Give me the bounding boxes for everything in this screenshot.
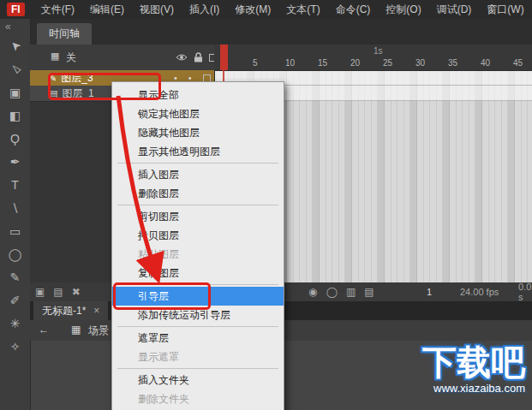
menu-separator — [117, 326, 278, 327]
deco-tool-icon: ✳ — [10, 317, 21, 330]
ruler-tick: 40 — [481, 58, 490, 68]
layer-type-icon: ▦ — [51, 51, 59, 62]
rectangle-tool[interactable]: ▭ — [0, 219, 30, 242]
line-tool[interactable]: ∖ — [0, 196, 30, 219]
menu-edit[interactable]: 编辑(E) — [82, 3, 132, 17]
menubar: Fl 文件(F) 编辑(E) 视图(V) 插入(I) 修改(M) 文本(T) 命… — [0, 0, 532, 19]
pencil-tool[interactable]: ✎ — [0, 265, 30, 288]
menu-text[interactable]: 文本(T) — [278, 3, 327, 17]
brush-tool[interactable]: ✐ — [0, 288, 30, 312]
layer-icon: ▤ — [49, 88, 57, 99]
new-layer-button[interactable]: ▣ — [35, 286, 45, 298]
ruler-tick: 5 — [253, 58, 258, 68]
lasso-tool-icon: Ϙ — [10, 132, 20, 146]
menu-separator — [117, 368, 278, 369]
layer-icon: ✎ — [49, 73, 57, 84]
menu-modify[interactable]: 修改(M) — [227, 3, 278, 17]
layer-header-name: 关 — [66, 51, 76, 65]
text-tool[interactable]: T — [0, 173, 30, 196]
menu-item-add-classic-motion-guide[interactable]: 添加传统运动引导层 — [112, 306, 284, 324]
tools-panel: « ➤ ▻ ▣ ◧ Ϙ ✒ T ∖ ▭ ◯ ✎ ✐ ✳ ✧ — [0, 19, 31, 410]
current-frame: 1 — [427, 287, 432, 297]
lock-column-icon[interactable] — [194, 52, 203, 65]
menu-item-insert-layer[interactable]: 插入图层 — [112, 165, 284, 184]
selection-tool[interactable]: ➤ — [0, 34, 30, 57]
ruler-tick: 10 — [285, 58, 295, 68]
menu-debug[interactable]: 调试(D) — [429, 3, 480, 17]
document-tab[interactable]: 无标题-1* × — [33, 301, 108, 320]
playhead-marker[interactable] — [220, 45, 228, 70]
menu-item-delete-folder: 删除文件夹 — [112, 389, 284, 408]
menu-insert[interactable]: 插入(I) — [182, 3, 227, 17]
timeline-ruler[interactable]: 1s 5 10 15 20 25 30 35 40 45 — [214, 45, 532, 71]
tab-timeline[interactable]: 时间轴 — [37, 23, 92, 45]
subselection-tool-icon: ▻ — [7, 61, 23, 77]
ruler-tick: 35 — [448, 58, 457, 68]
app-logo: Fl — [7, 3, 25, 16]
menu-item-insert-folder[interactable]: 插入文件夹 — [112, 371, 284, 389]
frame-rate[interactable]: 24.00 fps — [460, 287, 499, 297]
free-transform-tool[interactable]: ▣ — [0, 80, 30, 104]
ruler-tick: 15 — [318, 58, 327, 68]
scene-icon: ▦ — [71, 324, 81, 336]
oval-tool[interactable]: ◯ — [0, 242, 30, 265]
layer-context-menu: 显示全部 锁定其他图层 隐藏其他图层 显示其他透明图层 插入图层 删除图层 剪切… — [111, 81, 284, 410]
menu-separator — [117, 284, 278, 285]
menu-item-guide-layer[interactable]: 引导层 — [112, 287, 284, 306]
menu-item-show-all[interactable]: 显示全部 — [112, 86, 284, 104]
menu-item-mask-layer[interactable]: 遮罩层 — [112, 329, 284, 348]
menu-file[interactable]: 文件(F) — [33, 3, 82, 17]
pen-tool-icon: ✒ — [10, 155, 21, 169]
menu-item-show-masking: 显示遮罩 — [112, 348, 284, 366]
selection-tool-icon: ➤ — [7, 38, 24, 55]
rectangle-tool-icon: ▭ — [9, 224, 21, 238]
layer-name: 图层_1 — [62, 86, 93, 101]
ruler-tick: 30 — [415, 58, 425, 68]
menu-window[interactable]: 窗口(W) — [479, 3, 531, 17]
menu-item-delete-layer[interactable]: 删除图层 — [112, 184, 284, 203]
layer-name: 图层_3 — [61, 71, 93, 86]
eyedropper-tool[interactable]: ✧ — [0, 335, 30, 358]
menu-item-hide-others[interactable]: 隐藏其他图层 — [112, 123, 284, 142]
onion-skin-button[interactable]: ◉ — [308, 286, 317, 298]
delete-layer-button[interactable]: ✖ — [72, 286, 81, 298]
back-arrow-icon[interactable]: ← — [39, 324, 49, 336]
menu-item-copy-layers[interactable]: 拷贝图层 — [112, 226, 284, 245]
menu-commands[interactable]: 命令(C) — [328, 3, 379, 17]
menu-item-cut-layers[interactable]: 剪切图层 — [112, 207, 284, 226]
deco-tool[interactable]: ✳ — [0, 312, 30, 335]
document-tab-title: 无标题-1* — [42, 301, 86, 320]
lasso-tool[interactable]: Ϙ — [0, 127, 30, 150]
menu-separator — [117, 205, 278, 205]
modify-markers-button[interactable]: ▤ — [364, 286, 374, 298]
scene-label[interactable]: 场景 — [88, 324, 109, 338]
visibility-column-icon[interactable] — [176, 52, 188, 65]
ruler-second-label: 1s — [374, 46, 383, 56]
pencil-tool-icon: ✎ — [10, 270, 21, 284]
onion-skin-outlines-button[interactable]: ◯ — [326, 286, 337, 298]
new-folder-button[interactable]: ▤ — [53, 286, 63, 298]
paint-bucket-tool-icon: ◧ — [9, 109, 21, 122]
menu-item-duplicate-layers[interactable]: 复制图层 — [112, 264, 284, 282]
eyedropper-tool-icon: ✧ — [10, 340, 21, 354]
menu-separator — [117, 163, 278, 163]
layer-panel-header: ▦ 关 — [30, 45, 214, 71]
subselection-tool[interactable]: ▻ — [0, 57, 30, 80]
text-tool-icon: T — [11, 178, 19, 192]
menu-item-show-others-transparent[interactable]: 显示其他透明图层 — [112, 142, 284, 161]
elapsed-time: 0.0 s — [518, 282, 532, 302]
line-tool-icon: ∖ — [11, 201, 19, 215]
menu-item-lock-others[interactable]: 锁定其他图层 — [112, 104, 284, 123]
free-transform-tool-icon: ▣ — [9, 86, 21, 99]
pen-tool[interactable]: ✒ — [0, 150, 30, 173]
edit-multiple-frames-button[interactable]: ▥ — [346, 286, 356, 298]
paint-bucket-tool[interactable]: ◧ — [0, 104, 30, 127]
collapse-panel-button[interactable]: « — [0, 19, 30, 34]
timeline-tab-bar: 时间轴 — [30, 19, 532, 45]
close-document-icon[interactable]: × — [93, 301, 99, 320]
menu-control[interactable]: 控制(O) — [378, 3, 428, 17]
flash-app-window: Fl 文件(F) 编辑(E) 视图(V) 插入(I) 修改(M) 文本(T) 命… — [0, 0, 532, 410]
menu-item-paste-layers: 粘贴图层 — [112, 245, 284, 264]
ruler-tick: 45 — [513, 58, 523, 68]
menu-view[interactable]: 视图(V) — [132, 3, 182, 17]
